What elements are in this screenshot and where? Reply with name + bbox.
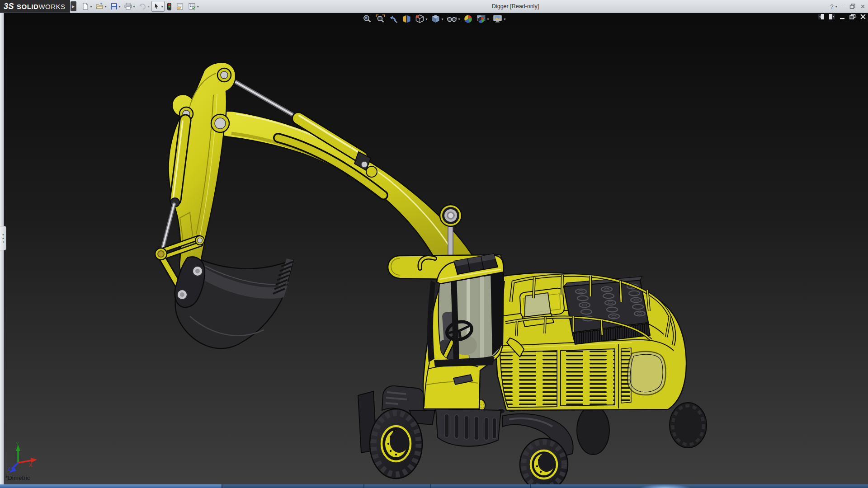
solidworks-logo-mark: 3S (4, 2, 14, 11)
window-controls: ?▾ – ✕ (830, 0, 865, 13)
logo-text-works: WORKS (38, 3, 65, 10)
chevron-left-icon: ◂ (2, 233, 4, 236)
undo-button[interactable]: ▾ (137, 1, 151, 12)
print-icon (124, 2, 132, 10)
dropdown-arrow-icon[interactable]: ▾ (835, 5, 837, 9)
graphics-area[interactable] (0, 13, 868, 484)
hide-show-items-button[interactable]: ▾ (445, 14, 461, 24)
open-document-button[interactable]: ▾ (94, 1, 108, 12)
dropdown-arrow-icon[interactable]: ▾ (119, 5, 121, 9)
previous-view-button[interactable] (387, 14, 399, 24)
title-bar: 3S SOLIDWORKS ▶ ▾ ▾ ▾ (0, 0, 868, 13)
previous-view-icon (388, 14, 398, 24)
close-document-icon[interactable] (860, 14, 866, 19)
display-style-icon (430, 14, 440, 24)
save-button[interactable]: ▾ (108, 1, 122, 12)
file-properties-icon (175, 2, 184, 10)
heads-up-view-toolbar: ▾ ▾ ▾ (361, 14, 506, 24)
menu-bar-toolbar: ▾ ▾ ▾ ▾ (80, 1, 200, 12)
restore-icon (849, 4, 856, 9)
dropdown-arrow-icon[interactable]: ▾ (161, 5, 163, 9)
apply-scene-icon (476, 14, 486, 24)
taskbar-divider (222, 484, 222, 488)
print-button[interactable]: ▾ (123, 1, 137, 12)
taskbar-divider (363, 484, 364, 488)
dropdown-arrow-icon[interactable]: ▾ (148, 5, 150, 9)
file-properties-button[interactable] (174, 1, 186, 12)
chevron-left-icon: ◂ (2, 236, 4, 240)
dropdown-arrow-icon[interactable]: ▾ (425, 17, 427, 21)
splitter-handle[interactable]: ◂ ◂ ◂ (0, 226, 6, 250)
dropdown-arrow-icon[interactable]: ▾ (458, 17, 460, 21)
window-restore-button[interactable] (849, 4, 856, 9)
windows-taskbar[interactable] (0, 484, 868, 488)
dropdown-arrow-icon[interactable]: ▾ (504, 17, 506, 21)
solidworks-window: { "window": { "app_name": "SOLIDWORKS", … (0, 0, 868, 488)
select-tool-button[interactable]: ▾ (151, 1, 165, 12)
taskbar-active-glow (640, 484, 690, 488)
zoom-to-area-button[interactable] (374, 14, 386, 24)
taskbar-divider (530, 484, 531, 488)
collapse-pane-left-icon[interactable] (818, 14, 825, 20)
select-cursor-icon (153, 2, 160, 10)
dropdown-arrow-icon[interactable]: ▾ (90, 5, 92, 9)
view-orientation-button[interactable]: ▾ (414, 14, 428, 24)
open-document-icon (95, 2, 104, 10)
zoom-to-area-icon (375, 14, 385, 24)
menu-expand-arrow-icon[interactable]: ▶ (71, 1, 76, 11)
taskbar-divider (430, 484, 431, 488)
dropdown-arrow-icon[interactable]: ▾ (105, 5, 107, 9)
rebuild-button[interactable] (165, 1, 174, 12)
dropdown-arrow-icon[interactable]: ▾ (197, 5, 199, 9)
zoom-to-fit-button[interactable] (361, 14, 373, 24)
logo-text-solid: SOLID (17, 3, 38, 10)
display-style-button[interactable]: ▾ (429, 14, 444, 24)
rebuild-traffic-light-icon (166, 2, 172, 11)
view-orientation-icon (415, 14, 425, 24)
minimize-document-icon[interactable] (840, 14, 845, 19)
dropdown-arrow-icon[interactable]: ▾ (487, 17, 489, 21)
solidworks-logo[interactable]: 3S SOLIDWORKS (0, 0, 70, 13)
collapse-pane-right-icon[interactable] (829, 14, 835, 20)
view-orientation-label: *Dimetric (5, 474, 30, 481)
dropdown-arrow-icon[interactable]: ▾ (441, 17, 443, 21)
view-settings-icon (492, 14, 503, 24)
edit-appearance-icon (463, 14, 473, 24)
hide-show-items-icon (446, 14, 457, 24)
options-icon (188, 2, 196, 10)
window-minimize-button[interactable]: – (842, 3, 845, 10)
document-window-controls (818, 14, 866, 20)
view-settings-button[interactable]: ▾ (491, 14, 507, 24)
section-view-button[interactable] (401, 14, 412, 24)
options-button[interactable]: ▾ (186, 1, 200, 12)
new-document-button[interactable]: ▾ (80, 1, 94, 12)
restore-document-icon[interactable] (849, 14, 856, 19)
new-document-icon (81, 2, 90, 10)
window-title: Digger [Read-only] (492, 0, 539, 13)
help-button[interactable]: ?▾ (830, 3, 837, 10)
chevron-left-icon: ◂ (2, 240, 4, 244)
window-close-button[interactable]: ✕ (860, 3, 865, 10)
edit-appearance-button[interactable] (462, 14, 474, 24)
save-icon (110, 2, 118, 10)
undo-icon (138, 2, 147, 10)
section-view-icon (401, 14, 411, 24)
dropdown-arrow-icon[interactable]: ▾ (133, 5, 135, 9)
zoom-to-fit-icon (362, 14, 372, 24)
taskbar-segment[interactable] (0, 484, 222, 488)
apply-scene-button[interactable]: ▾ (476, 14, 490, 24)
